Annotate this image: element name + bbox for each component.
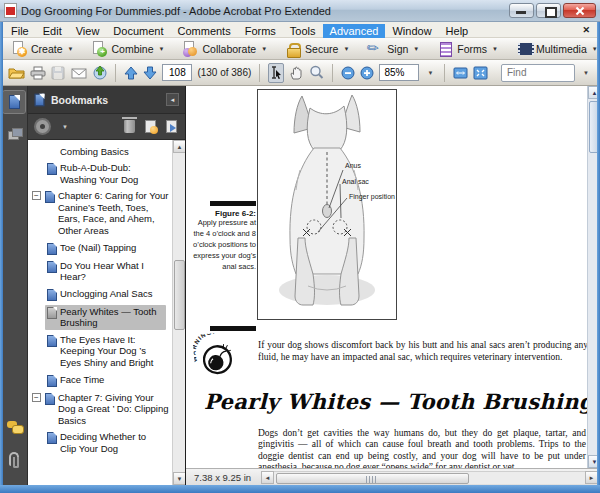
bookmark-item[interactable]: Face Time	[28, 371, 171, 389]
page-count-label: (130 of 386)	[197, 67, 251, 78]
bookmark-item[interactable]: Pearly Whites — Tooth Brushing	[28, 303, 171, 331]
upload-document-button[interactable]	[92, 63, 107, 83]
email-button[interactable]	[71, 63, 87, 83]
document-page[interactable]: Anus Anal sac Finger position Figure 6-2…	[186, 86, 600, 468]
button-label: Forms	[457, 43, 487, 55]
bookmarks-panel-icon[interactable]	[3, 91, 25, 113]
bookmarks-scrollbar[interactable]: ▲ ▼	[172, 140, 185, 485]
layers-panel-icon[interactable]	[3, 122, 25, 144]
multimedia-icon	[516, 41, 532, 57]
bookmark-item[interactable]: −Chapter 7: Giving Your Dog a Great ’ Do…	[28, 389, 171, 429]
title-bar[interactable]: Dog Grooming For Dummies.pdf - Adobe Acr…	[0, 0, 600, 22]
scroll-left-icon[interactable]: ◄	[261, 471, 274, 484]
zoom-out-button[interactable]	[340, 63, 355, 83]
marquee-zoom-button[interactable]	[309, 63, 324, 83]
options-dropdown-icon[interactable]: ▼	[59, 124, 71, 130]
bookmark-page-icon	[47, 163, 57, 175]
bookmark-item[interactable]: Rub-A-Dub-Dub: Washing Your Dog	[28, 160, 171, 188]
menu-comments[interactable]: Comments	[171, 24, 238, 38]
forms-icon	[437, 41, 453, 57]
next-page-button[interactable]	[143, 63, 158, 83]
bookmark-item[interactable]: Deciding Whether to Clip Your Dog	[28, 429, 171, 457]
bookmark-item[interactable]: The Eyes Have It: Keeping Your Dog ’s Ey…	[28, 331, 171, 371]
button-label: Combine	[111, 43, 153, 55]
attachments-panel-icon[interactable]	[3, 448, 25, 470]
menu-document[interactable]: Document	[106, 24, 170, 38]
menu-bar: FileEditViewDocumentCommentsFormsToolsAd…	[0, 22, 600, 38]
menu-view[interactable]: View	[69, 24, 107, 38]
close-document-icon[interactable]: ✕	[576, 25, 596, 35]
restore-button[interactable]	[536, 3, 561, 18]
bookmark-item[interactable]: Toe (Nail) Tapping	[28, 239, 171, 257]
button-label: Secure	[305, 43, 338, 55]
menu-edit[interactable]: Edit	[36, 24, 69, 38]
sign-button[interactable]: Sign▼	[362, 40, 424, 58]
caption-rule	[210, 201, 256, 206]
section-heading: Pearly Whites — Tooth Brushing	[204, 389, 594, 414]
new-bookmark-icon[interactable]	[166, 120, 177, 133]
status-bar: 7.38 x 9.25 in ◄ ►	[186, 468, 600, 485]
bookmark-label: Combing Basics	[60, 146, 164, 158]
find-box[interactable]	[501, 64, 575, 82]
zoom-dropdown-icon[interactable]: ▼	[424, 70, 436, 76]
collaborate-button[interactable]: Collaborate▼	[177, 40, 272, 58]
horizontal-scrollbar[interactable]: ◄ ►	[261, 471, 598, 484]
create-button[interactable]: ✱Create▼	[6, 40, 78, 58]
find-input[interactable]	[502, 66, 574, 80]
page-number-input[interactable]	[162, 64, 192, 81]
fit-page-button[interactable]	[473, 63, 488, 83]
window-border	[0, 22, 3, 493]
dropdown-arrow-icon: ▼	[159, 46, 165, 52]
bookmark-page-icon	[47, 375, 57, 387]
select-tool-button[interactable]	[268, 63, 284, 83]
collapse-toggle-icon[interactable]: −	[32, 191, 41, 200]
zoom-in-button[interactable]	[360, 63, 375, 83]
close-button[interactable]	[563, 3, 596, 18]
dog-illustration	[258, 90, 396, 319]
scroll-down-icon[interactable]: ▼	[173, 472, 185, 485]
menu-window[interactable]: Window	[385, 24, 438, 38]
collapse-panel-icon[interactable]: ◄	[166, 93, 179, 106]
window-title: Dog Grooming For Dummies.pdf - Adobe Acr…	[21, 5, 331, 17]
scrollbar-thumb[interactable]	[174, 260, 185, 330]
options-gear-icon[interactable]	[36, 120, 49, 133]
collapse-toggle-icon[interactable]: −	[32, 393, 41, 402]
bookmarks-tree: Combing BasicsRub-A-Dub-Dub: Washing You…	[28, 140, 185, 485]
scrollbar-thumb[interactable]	[276, 473, 469, 484]
find-dropdown-icon[interactable]: ▼	[580, 70, 592, 76]
hand-tool-button[interactable]	[289, 63, 304, 83]
bookmark-page-icon	[47, 432, 57, 444]
forms-button[interactable]: Forms▼	[432, 40, 503, 58]
previous-page-button[interactable]	[123, 63, 138, 83]
comments-panel-icon[interactable]	[3, 416, 25, 438]
bookmark-item[interactable]: Do You Hear What I Hear?	[28, 257, 171, 285]
multimedia-button[interactable]: Multimedia▼	[511, 40, 600, 58]
bookmark-page-icon	[47, 307, 57, 319]
secure-button[interactable]: Secure▼	[280, 40, 354, 58]
scrolling-mode-button[interactable]	[453, 63, 468, 83]
menu-file[interactable]: File	[4, 24, 36, 38]
delete-bookmark-icon[interactable]	[124, 120, 135, 133]
scroll-up-icon[interactable]: ▲	[173, 140, 185, 153]
button-label: Create	[31, 43, 63, 55]
bookmark-label: Chapter 7: Giving Your Dog a Great ’ Do:…	[58, 392, 170, 427]
menu-advanced[interactable]: Advanced	[323, 24, 386, 38]
expand-current-bookmark-icon[interactable]	[145, 120, 156, 133]
collaborate-icon	[182, 41, 198, 57]
print-button[interactable]	[30, 63, 46, 83]
zoom-level-input[interactable]	[379, 64, 419, 81]
body-paragraph: Dogs don’t get cavities the way humans d…	[258, 428, 586, 468]
bookmark-page-icon	[47, 243, 57, 255]
dropdown-arrow-icon: ▼	[68, 46, 74, 52]
menu-tools[interactable]: Tools	[283, 24, 323, 38]
menu-help[interactable]: Help	[439, 24, 476, 38]
bookmark-item[interactable]: −Chapter 6: Caring for Your Canine’s Tee…	[28, 188, 171, 239]
bookmarks-icon	[35, 93, 45, 106]
minimize-button[interactable]	[509, 3, 534, 18]
bookmark-item[interactable]: Unclogging Anal Sacs	[28, 285, 171, 303]
secure-lock-icon	[285, 41, 301, 57]
bookmark-item[interactable]: Combing Basics	[28, 143, 171, 160]
menu-forms[interactable]: Forms	[238, 24, 283, 38]
combine-button[interactable]: +Combine▼	[86, 40, 169, 58]
open-file-button[interactable]	[8, 63, 25, 83]
